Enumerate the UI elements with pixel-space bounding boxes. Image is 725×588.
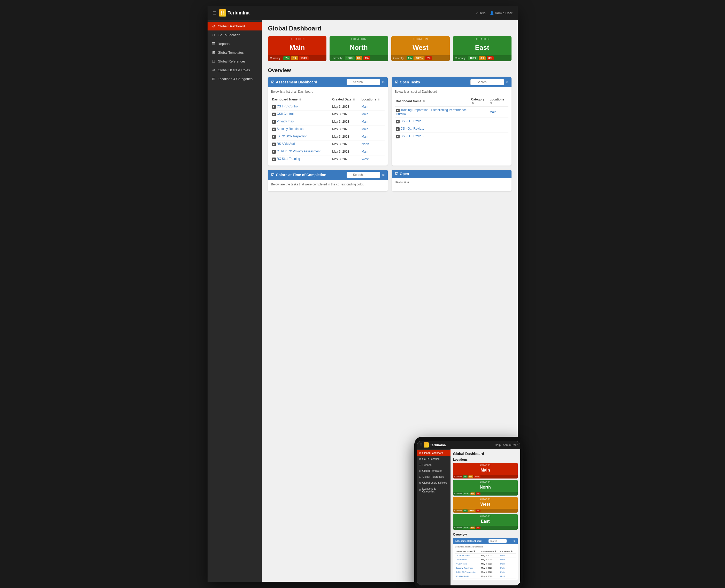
location-cards: LOCATION Main Currently: 0% 0% 100% LOCA…: [268, 36, 511, 61]
mobile-row-name[interactable]: CSII Control: [455, 558, 481, 562]
table-row: ▶Training Preparation - Establishing Per…: [395, 107, 508, 118]
location-link[interactable]: Main: [362, 112, 368, 116]
mobile-col-name[interactable]: Dashboard Name ⇅: [455, 549, 481, 554]
stat-north-orange: 0%: [356, 56, 362, 60]
location-link[interactable]: Main: [362, 127, 368, 131]
dashboard-name-link[interactable]: RX Staff Training: [277, 157, 300, 161]
mobile-sidebar-location[interactable]: ⊙ Go To Location: [417, 456, 450, 462]
dashboard-name-link[interactable]: Security Readiness: [277, 127, 303, 131]
mobile-sidebar-users[interactable]: ⊛ Global Users & Roles: [417, 480, 450, 486]
stat-main-green: 0%: [283, 56, 290, 60]
mobile-row-location[interactable]: Main: [500, 562, 516, 566]
dashboard-name-link[interactable]: CS III-V Control: [277, 105, 299, 108]
dashboard-name-link[interactable]: ID RX BOP Inspection: [277, 134, 307, 138]
location-icon: ⊙: [212, 33, 216, 37]
mobile-loc-main[interactable]: LOCATION Main Currently: 0% 0% 100%: [453, 463, 518, 479]
mobile-logo: Terlumina: [424, 442, 446, 447]
dashboard-name-link[interactable]: RS ADM Audit: [277, 142, 297, 146]
tasks-external-link[interactable]: ⧉: [506, 80, 508, 84]
hamburger-icon[interactable]: ☰: [213, 10, 216, 16]
assessment-panel-controls: ⧉: [347, 79, 385, 85]
location-link[interactable]: Main: [362, 150, 368, 153]
assessment-external-link[interactable]: ⧉: [382, 80, 385, 84]
mobile-row-location[interactable]: Main: [500, 554, 516, 558]
tasks-col-name[interactable]: Dashboard Name ⇅: [395, 96, 470, 107]
mobile-row-location[interactable]: Main: [500, 566, 516, 570]
mobile-sidebar-references[interactable]: ☐ Global References: [417, 474, 450, 480]
colors-search-input[interactable]: [347, 172, 380, 178]
sidebar-item-global-users-roles[interactable]: ⊛ Global Users & Roles: [207, 66, 262, 75]
tasks-desc: Below is a list of all Dashboard: [395, 90, 508, 93]
table-row: ▶CS - Q... Revie...: [395, 125, 508, 133]
location-link[interactable]: Main: [362, 135, 368, 139]
tasks-col-category[interactable]: Category ⇅: [470, 96, 489, 107]
row-icon: ▶: [272, 128, 276, 131]
mobile-loc-north[interactable]: LOCATION North Currently: 100% 0% 0%: [453, 480, 518, 496]
colors-panel-controls: ⧉: [347, 172, 385, 178]
sidebar-item-locations-categories[interactable]: ⊞ Locations & Categories: [207, 75, 262, 83]
table-row: ▶CSII Control May 3, 2023 Main: [271, 110, 385, 118]
sidebar-item-global-references[interactable]: ☐ Global References: [207, 57, 262, 66]
mobile-hamburger[interactable]: ☰: [420, 443, 422, 447]
mobile-sidebar-dashboard[interactable]: ⊙ Global Dashboard: [417, 450, 450, 456]
created-date: May 3, 2023: [331, 126, 360, 133]
mobile-table-row: Security Readiness May 3, 2023 Main: [455, 566, 516, 570]
sidebar-item-global-templates[interactable]: ⊞ Global Templates: [207, 48, 262, 57]
mobile-assessment-body: Below is a list of all Dashboard Dashboa…: [453, 544, 518, 580]
mobile-row-name[interactable]: RS ADM Audit: [455, 574, 481, 579]
loc-stats-west: Currently: 0% 100% 0%: [391, 55, 450, 61]
mobile-row-location[interactable]: Main: [500, 570, 516, 574]
location-card-east[interactable]: LOCATION East Currently: 100% 0% 0%: [453, 36, 511, 61]
sidebar-item-go-to-location[interactable]: ⊙ Go To Location: [207, 30, 262, 39]
location-card-north[interactable]: LOCATION North Currently: 100% 0% 0%: [329, 36, 388, 61]
dashboard-name-link[interactable]: CSII Control: [277, 112, 294, 116]
row-icon: ▶: [272, 120, 276, 124]
mobile-row-location[interactable]: North: [500, 574, 516, 579]
mobile-row-name[interactable]: ID RX BOP Inspection: [455, 570, 481, 574]
location-card-west[interactable]: LOCATION West Currently: 0% 100% 0%: [391, 36, 450, 61]
colors-external-link[interactable]: ⧉: [382, 173, 385, 176]
col-created-date[interactable]: Created Date ⇅: [331, 96, 360, 103]
created-date: May 3, 2023: [331, 110, 360, 118]
assessment-search-input[interactable]: [347, 79, 380, 85]
location-link[interactable]: West: [362, 157, 368, 161]
mobile-loc-east[interactable]: LOCATION East Currently: 100% 0% 0%: [453, 514, 518, 530]
location-link[interactable]: Main: [362, 120, 368, 123]
mobile-sidebar-locations-cat[interactable]: ⊞ Locations & Categories: [417, 486, 450, 495]
location-card-main[interactable]: LOCATION Main Currently: 0% 0% 100%: [268, 36, 327, 61]
location-link[interactable]: North: [362, 142, 369, 146]
sidebar-item-reports[interactable]: ☰ Reports: [207, 39, 262, 48]
help-button[interactable]: ? Help: [476, 11, 486, 15]
mobile-help[interactable]: Help: [495, 443, 501, 446]
tasks-col-location[interactable]: Locations ⇅: [488, 96, 508, 107]
dashboard-name-link[interactable]: QTRLY RX Privacy Assessment: [277, 149, 321, 153]
table-row: ▶RX Staff Training May 3, 2023 West: [271, 155, 385, 163]
mobile-loc-west[interactable]: LOCATION West Currently: 0% 100% 0%: [453, 497, 518, 512]
assessment-desc: Below is a list of all Dashboard: [271, 90, 385, 93]
mobile-assessment-header: Assessment Dashboard ⧉: [453, 538, 518, 544]
loc-label-main: LOCATION: [268, 36, 327, 41]
open-tasks-header: ☑ Open Tasks ⧉: [392, 77, 511, 87]
mobile-row-name[interactable]: Privacy Insp: [455, 562, 481, 566]
col-locations[interactable]: Locations ⇅: [361, 96, 385, 103]
mobile-row-name[interactable]: Security Readiness: [455, 566, 481, 570]
mobile-col-location[interactable]: Locations ⇅: [500, 549, 516, 554]
mobile-assessment-search[interactable]: [488, 539, 507, 543]
col-dashboard-name[interactable]: Dashboard Name ⇅: [271, 96, 331, 103]
location-link[interactable]: Main: [362, 105, 368, 108]
tasks-search-input[interactable]: [470, 79, 504, 85]
admin-user-button[interactable]: 👤 Admin User: [490, 11, 512, 15]
assessment-icon: ☑: [271, 80, 275, 84]
sort-icon-name: ⇅: [299, 98, 301, 101]
mobile-assessment-link[interactable]: ⧉: [513, 540, 516, 543]
table-row: ▶RS ADM Audit May 3, 2023 North: [271, 141, 385, 148]
mobile-row-name[interactable]: CS III-V Control: [455, 554, 481, 558]
mobile-row-location[interactable]: Main: [500, 558, 516, 562]
dashboard-name-link[interactable]: Privacy Insp: [277, 120, 294, 123]
mobile-table-row: RS ADM Audit May 3, 2023 North: [455, 574, 516, 579]
mobile-sidebar-reports[interactable]: ☰ Reports: [417, 462, 450, 468]
sidebar-item-global-dashboard[interactable]: ⊙ Global Dashboard: [207, 22, 262, 30]
mobile-admin[interactable]: Admin User: [503, 443, 518, 446]
mobile-col-date[interactable]: Created Date ⇅: [481, 549, 500, 554]
mobile-sidebar-templates[interactable]: ⊞ Global Templates: [417, 468, 450, 474]
